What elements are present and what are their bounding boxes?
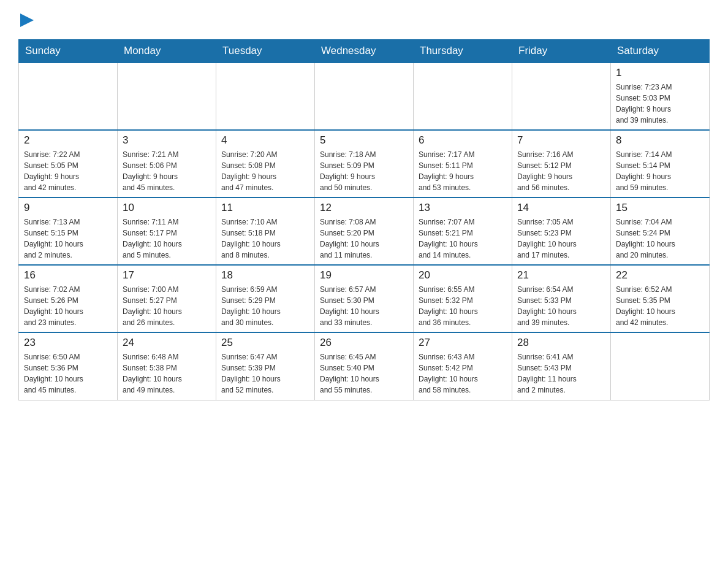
day-sun-info: Sunrise: 7:21 AM Sunset: 5:06 PM Dayligh…	[123, 149, 211, 193]
day-number: 26	[320, 337, 408, 349]
day-sun-info: Sunrise: 6:52 AM Sunset: 5:35 PM Dayligh…	[616, 284, 704, 328]
day-sun-info: Sunrise: 6:50 AM Sunset: 5:36 PM Dayligh…	[24, 351, 112, 396]
calendar-day-cell: 19Sunrise: 6:57 AM Sunset: 5:30 PM Dayli…	[315, 265, 414, 332]
day-sun-info: Sunrise: 7:05 AM Sunset: 5:23 PM Dayligh…	[517, 216, 605, 261]
day-of-week-header: Friday	[512, 40, 611, 63]
day-number: 9	[24, 202, 112, 214]
day-number: 15	[616, 202, 704, 214]
day-number: 16	[24, 269, 112, 282]
calendar-day-cell: 4Sunrise: 7:20 AM Sunset: 5:08 PM Daylig…	[216, 130, 315, 197]
calendar-week-row: 2Sunrise: 7:22 AM Sunset: 5:05 PM Daylig…	[19, 130, 710, 197]
day-of-week-header: Monday	[118, 40, 216, 63]
calendar-day-cell: 3Sunrise: 7:21 AM Sunset: 5:06 PM Daylig…	[118, 130, 216, 197]
day-number: 18	[221, 269, 309, 282]
calendar-day-cell: 26Sunrise: 6:45 AM Sunset: 5:40 PM Dayli…	[315, 332, 414, 400]
day-sun-info: Sunrise: 7:14 AM Sunset: 5:14 PM Dayligh…	[616, 149, 704, 193]
day-number: 20	[419, 269, 507, 282]
day-sun-info: Sunrise: 6:43 AM Sunset: 5:42 PM Dayligh…	[419, 351, 507, 396]
day-number: 14	[517, 202, 605, 214]
day-sun-info: Sunrise: 7:20 AM Sunset: 5:08 PM Dayligh…	[221, 149, 309, 193]
day-number: 19	[320, 269, 408, 282]
calendar-day-cell: 18Sunrise: 6:59 AM Sunset: 5:29 PM Dayli…	[216, 265, 315, 332]
calendar-week-row: 9Sunrise: 7:13 AM Sunset: 5:15 PM Daylig…	[19, 197, 710, 265]
day-sun-info: Sunrise: 6:41 AM Sunset: 5:43 PM Dayligh…	[517, 351, 605, 396]
logo	[18, 12, 34, 29]
calendar-day-cell	[512, 63, 611, 130]
calendar-day-cell: 7Sunrise: 7:16 AM Sunset: 5:12 PM Daylig…	[512, 130, 611, 197]
logo-flag-icon	[20, 13, 34, 27]
day-sun-info: Sunrise: 7:00 AM Sunset: 5:27 PM Dayligh…	[123, 284, 211, 328]
calendar-day-cell: 17Sunrise: 7:00 AM Sunset: 5:27 PM Dayli…	[118, 265, 216, 332]
day-number: 12	[320, 202, 408, 214]
calendar-day-cell: 5Sunrise: 7:18 AM Sunset: 5:09 PM Daylig…	[315, 130, 414, 197]
day-number: 5	[320, 134, 408, 147]
calendar-day-cell	[414, 63, 512, 130]
day-sun-info: Sunrise: 6:45 AM Sunset: 5:40 PM Dayligh…	[320, 351, 408, 396]
calendar-day-cell: 11Sunrise: 7:10 AM Sunset: 5:18 PM Dayli…	[216, 197, 315, 265]
svg-marker-0	[20, 13, 34, 27]
day-sun-info: Sunrise: 7:18 AM Sunset: 5:09 PM Dayligh…	[320, 149, 408, 193]
day-sun-info: Sunrise: 7:04 AM Sunset: 5:24 PM Dayligh…	[616, 216, 704, 261]
day-sun-info: Sunrise: 7:23 AM Sunset: 5:03 PM Dayligh…	[616, 82, 704, 126]
day-number: 17	[123, 269, 211, 282]
day-number: 7	[517, 134, 605, 147]
day-sun-info: Sunrise: 7:08 AM Sunset: 5:20 PM Dayligh…	[320, 216, 408, 261]
day-sun-info: Sunrise: 7:16 AM Sunset: 5:12 PM Dayligh…	[517, 149, 605, 193]
calendar-day-cell: 22Sunrise: 6:52 AM Sunset: 5:35 PM Dayli…	[611, 265, 710, 332]
day-sun-info: Sunrise: 7:17 AM Sunset: 5:11 PM Dayligh…	[419, 149, 507, 193]
calendar-day-cell: 24Sunrise: 6:48 AM Sunset: 5:38 PM Dayli…	[118, 332, 216, 400]
day-number: 24	[123, 337, 211, 349]
day-of-week-header: Saturday	[611, 40, 710, 63]
calendar-week-row: 16Sunrise: 7:02 AM Sunset: 5:26 PM Dayli…	[19, 265, 710, 332]
calendar-day-cell	[611, 332, 710, 400]
calendar-day-cell: 1Sunrise: 7:23 AM Sunset: 5:03 PM Daylig…	[611, 63, 710, 130]
day-number: 6	[419, 134, 507, 147]
calendar-day-cell: 20Sunrise: 6:55 AM Sunset: 5:32 PM Dayli…	[414, 265, 512, 332]
day-number: 3	[123, 134, 211, 147]
day-number: 22	[616, 269, 704, 282]
day-number: 27	[419, 337, 507, 349]
day-sun-info: Sunrise: 6:54 AM Sunset: 5:33 PM Dayligh…	[517, 284, 605, 328]
day-sun-info: Sunrise: 6:48 AM Sunset: 5:38 PM Dayligh…	[123, 351, 211, 396]
calendar-day-cell: 25Sunrise: 6:47 AM Sunset: 5:39 PM Dayli…	[216, 332, 315, 400]
calendar-day-cell: 23Sunrise: 6:50 AM Sunset: 5:36 PM Dayli…	[19, 332, 118, 400]
day-of-week-header: Sunday	[19, 40, 118, 63]
day-number: 13	[419, 202, 507, 214]
logo-line1	[18, 12, 34, 29]
day-number: 11	[221, 202, 309, 214]
day-of-week-header: Wednesday	[315, 40, 414, 63]
day-sun-info: Sunrise: 7:11 AM Sunset: 5:17 PM Dayligh…	[123, 216, 211, 261]
calendar-day-cell: 6Sunrise: 7:17 AM Sunset: 5:11 PM Daylig…	[414, 130, 512, 197]
calendar-table: SundayMondayTuesdayWednesdayThursdayFrid…	[18, 39, 710, 400]
day-sun-info: Sunrise: 6:59 AM Sunset: 5:29 PM Dayligh…	[221, 284, 309, 328]
day-sun-info: Sunrise: 6:55 AM Sunset: 5:32 PM Dayligh…	[419, 284, 507, 328]
day-sun-info: Sunrise: 6:57 AM Sunset: 5:30 PM Dayligh…	[320, 284, 408, 328]
day-number: 25	[221, 337, 309, 349]
day-number: 23	[24, 337, 112, 349]
day-sun-info: Sunrise: 7:10 AM Sunset: 5:18 PM Dayligh…	[221, 216, 309, 261]
day-sun-info: Sunrise: 7:02 AM Sunset: 5:26 PM Dayligh…	[24, 284, 112, 328]
day-sun-info: Sunrise: 7:22 AM Sunset: 5:05 PM Dayligh…	[24, 149, 112, 193]
calendar-day-cell: 9Sunrise: 7:13 AM Sunset: 5:15 PM Daylig…	[19, 197, 118, 265]
day-number: 10	[123, 202, 211, 214]
day-sun-info: Sunrise: 7:13 AM Sunset: 5:15 PM Dayligh…	[24, 216, 112, 261]
calendar-day-cell	[19, 63, 118, 130]
calendar-day-cell: 2Sunrise: 7:22 AM Sunset: 5:05 PM Daylig…	[19, 130, 118, 197]
calendar-day-cell: 28Sunrise: 6:41 AM Sunset: 5:43 PM Dayli…	[512, 332, 611, 400]
calendar-day-cell	[216, 63, 315, 130]
calendar-day-cell: 21Sunrise: 6:54 AM Sunset: 5:33 PM Dayli…	[512, 265, 611, 332]
day-number: 1	[616, 67, 704, 79]
calendar-day-cell: 8Sunrise: 7:14 AM Sunset: 5:14 PM Daylig…	[611, 130, 710, 197]
calendar-header-row: SundayMondayTuesdayWednesdayThursdayFrid…	[19, 40, 710, 63]
day-number: 2	[24, 134, 112, 147]
calendar-day-cell: 13Sunrise: 7:07 AM Sunset: 5:21 PM Dayli…	[414, 197, 512, 265]
calendar-day-cell: 15Sunrise: 7:04 AM Sunset: 5:24 PM Dayli…	[611, 197, 710, 265]
calendar-day-cell: 27Sunrise: 6:43 AM Sunset: 5:42 PM Dayli…	[414, 332, 512, 400]
day-number: 8	[616, 134, 704, 147]
calendar-day-cell: 14Sunrise: 7:05 AM Sunset: 5:23 PM Dayli…	[512, 197, 611, 265]
calendar-week-row: 23Sunrise: 6:50 AM Sunset: 5:36 PM Dayli…	[19, 332, 710, 400]
day-sun-info: Sunrise: 6:47 AM Sunset: 5:39 PM Dayligh…	[221, 351, 309, 396]
calendar-day-cell: 12Sunrise: 7:08 AM Sunset: 5:20 PM Dayli…	[315, 197, 414, 265]
day-of-week-header: Tuesday	[216, 40, 315, 63]
calendar-day-cell	[315, 63, 414, 130]
